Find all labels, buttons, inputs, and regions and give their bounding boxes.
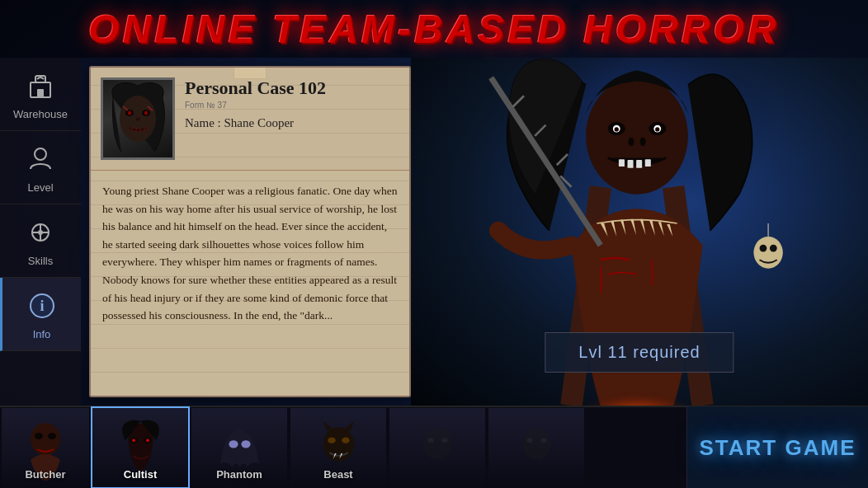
character-slots: Butcher Cultist bbox=[0, 406, 686, 488]
monster-area: Lvl 11 required bbox=[411, 58, 868, 406]
svg-rect-39 bbox=[636, 160, 642, 168]
skills-icon bbox=[22, 214, 59, 251]
slot6-thumb bbox=[488, 408, 584, 487]
case-title: Personal Case 102 bbox=[185, 77, 399, 99]
butcher-label: Butcher bbox=[25, 468, 65, 481]
svg-point-14 bbox=[144, 111, 148, 115]
beast-label: Beast bbox=[323, 468, 352, 481]
svg-point-48 bbox=[770, 245, 777, 252]
character-slot-cultist[interactable]: Cultist bbox=[91, 406, 190, 488]
bottom-bar: Butcher Cultist bbox=[0, 406, 868, 488]
svg-point-52 bbox=[35, 433, 43, 439]
svg-point-36 bbox=[640, 138, 646, 147]
svg-rect-2 bbox=[37, 89, 44, 97]
sidebar-item-level[interactable]: Level bbox=[0, 131, 81, 204]
svg-point-33 bbox=[615, 127, 619, 131]
sidebar: Warehouse Level Skills i bbox=[0, 58, 81, 406]
svg-point-64 bbox=[342, 437, 349, 443]
svg-point-13 bbox=[128, 111, 131, 115]
level-required-badge: Lvl 11 required bbox=[545, 332, 734, 373]
svg-point-3 bbox=[35, 148, 46, 160]
slot5-thumb bbox=[389, 408, 485, 487]
character-slot-beast[interactable]: Beast bbox=[289, 406, 388, 488]
main-content: Personal Case 102 Form № 37 Name : Shane… bbox=[81, 58, 868, 406]
header: ONLINE TEAM-BASED HORROR bbox=[0, 0, 868, 58]
svg-rect-37 bbox=[619, 159, 625, 167]
case-body: Young priest Shane Cooper was a religiou… bbox=[91, 171, 409, 336]
info-icon: i bbox=[24, 288, 60, 324]
svg-point-28 bbox=[586, 77, 688, 194]
svg-point-69 bbox=[441, 438, 448, 443]
cultist-label: Cultist bbox=[124, 468, 157, 481]
sidebar-label-skills: Skills bbox=[28, 255, 53, 267]
svg-point-53 bbox=[48, 433, 56, 439]
svg-point-59 bbox=[241, 440, 250, 448]
svg-point-58 bbox=[229, 440, 238, 448]
svg-rect-38 bbox=[628, 160, 634, 168]
case-name: Name : Shane Cooper bbox=[185, 116, 399, 130]
case-description: Young priest Shane Cooper was a religiou… bbox=[102, 185, 397, 321]
character-slot-butcher[interactable]: Butcher bbox=[0, 406, 91, 488]
phantom-label: Phantom bbox=[216, 468, 262, 481]
svg-point-47 bbox=[760, 245, 767, 252]
case-photo bbox=[101, 77, 175, 160]
character-slot-phantom[interactable]: Phantom bbox=[190, 406, 289, 488]
case-photo-inner bbox=[103, 80, 172, 157]
sidebar-item-skills[interactable]: Skills bbox=[0, 204, 81, 278]
svg-point-10 bbox=[120, 96, 156, 142]
warehouse-icon bbox=[22, 68, 59, 104]
svg-point-67 bbox=[423, 429, 451, 460]
level-icon bbox=[22, 141, 59, 177]
sidebar-label-info: Info bbox=[33, 328, 51, 340]
sidebar-item-warehouse[interactable]: Warehouse bbox=[0, 58, 81, 131]
svg-point-7 bbox=[38, 230, 43, 235]
sidebar-label-warehouse: Warehouse bbox=[13, 108, 68, 120]
svg-point-34 bbox=[655, 127, 659, 131]
svg-point-72 bbox=[540, 438, 547, 443]
tape-decoration bbox=[234, 66, 267, 79]
svg-point-46 bbox=[753, 237, 782, 269]
case-header: Personal Case 102 Form № 37 Name : Shane… bbox=[91, 68, 409, 171]
svg-point-57 bbox=[146, 439, 149, 442]
svg-point-35 bbox=[628, 138, 634, 147]
start-game-button[interactable]: START GAME bbox=[700, 435, 856, 461]
start-button-area: START GAME bbox=[686, 406, 868, 488]
svg-point-71 bbox=[526, 438, 533, 443]
case-form: Form № 37 bbox=[185, 101, 399, 110]
case-panel: Personal Case 102 Form № 37 Name : Shane… bbox=[89, 66, 411, 397]
sidebar-item-info[interactable]: i Info bbox=[0, 278, 81, 351]
svg-point-56 bbox=[132, 439, 135, 442]
level-required-text: Lvl 11 required bbox=[578, 343, 700, 361]
character-slot-6[interactable] bbox=[487, 406, 586, 488]
case-info: Personal Case 102 Form № 37 Name : Shane… bbox=[185, 77, 399, 130]
svg-rect-40 bbox=[645, 159, 651, 167]
svg-point-70 bbox=[522, 429, 550, 460]
character-slot-5[interactable] bbox=[388, 406, 487, 488]
svg-point-63 bbox=[328, 437, 335, 443]
svg-point-68 bbox=[427, 438, 434, 443]
svg-text:i: i bbox=[40, 298, 44, 314]
sidebar-label-level: Level bbox=[27, 181, 53, 194]
header-title: ONLINE TEAM-BASED HORROR bbox=[88, 7, 779, 52]
